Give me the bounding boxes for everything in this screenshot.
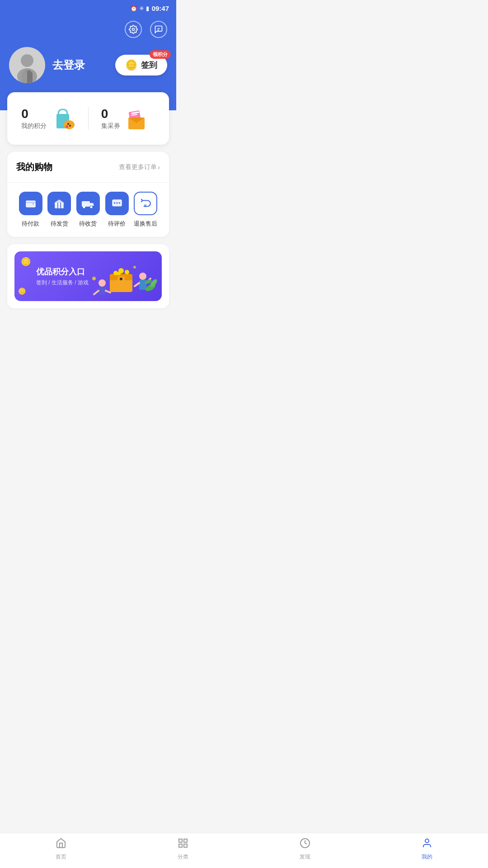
order-pending-ship[interactable]: 待发货 bbox=[45, 192, 74, 228]
home-svg bbox=[56, 838, 66, 849]
more-orders-text: 查看更多订单 bbox=[119, 163, 157, 171]
chat-icon bbox=[111, 198, 123, 209]
banner-subtitle: 签到 / 生活服务 / 游戏 bbox=[36, 279, 89, 287]
stats-card: 0 我的积分 0 集采券 bbox=[7, 92, 169, 145]
coin-icon: 🪙 bbox=[125, 59, 137, 71]
bottom-padding bbox=[0, 308, 176, 344]
profile-left: 去登录 bbox=[9, 47, 85, 83]
login-link[interactable]: 去登录 bbox=[52, 58, 85, 72]
avatar[interactable] bbox=[9, 47, 45, 83]
points-stat[interactable]: 0 我的积分 bbox=[12, 105, 88, 132]
section-divider bbox=[7, 182, 169, 183]
refund-icon: ¥ bbox=[140, 198, 151, 209]
shopping-header: 我的购物 查看更多订单 › bbox=[16, 161, 160, 173]
truck-icon bbox=[81, 198, 95, 209]
svg-point-37 bbox=[117, 272, 121, 275]
svg-point-36 bbox=[125, 270, 129, 274]
svg-point-10 bbox=[67, 123, 69, 125]
order-refund[interactable]: ¥ 退换售后 bbox=[131, 192, 160, 228]
pending-receive-label: 待收货 bbox=[79, 220, 97, 228]
refund-icon-wrap: ¥ bbox=[134, 192, 157, 215]
nav-home[interactable]: 首页 bbox=[0, 838, 122, 861]
order-pending-review[interactable]: 待评价 bbox=[103, 192, 131, 228]
order-grid: 待付款 待发货 bbox=[16, 192, 160, 228]
signin-label: 签到 bbox=[141, 60, 157, 71]
status-bar: ⏰ ✳ ▮ 09:47 bbox=[0, 0, 176, 16]
settings-button[interactable] bbox=[125, 21, 142, 38]
svg-point-9 bbox=[69, 125, 71, 127]
nav-category[interactable]: 分类 bbox=[122, 838, 176, 861]
svg-line-40 bbox=[94, 291, 99, 294]
alarm-icon: ⏰ bbox=[130, 5, 137, 12]
banner-text: 优品积分入口 签到 / 生活服务 / 游戏 bbox=[36, 266, 89, 287]
message-icon bbox=[154, 25, 163, 34]
points-banner[interactable]: 🪙 🪙 优品积分入口 签到 / 生活服务 / 游戏 bbox=[14, 251, 162, 301]
svg-point-0 bbox=[132, 28, 135, 31]
coupons-stat[interactable]: 0 集采券 bbox=[89, 105, 165, 132]
order-pending-receive[interactable]: 待收货 bbox=[74, 192, 103, 228]
home-label: 首页 bbox=[56, 853, 66, 861]
banner-illustration bbox=[85, 251, 162, 301]
svg-point-28 bbox=[118, 202, 120, 203]
svg-point-8 bbox=[66, 125, 68, 128]
svg-point-49 bbox=[92, 277, 96, 280]
coupons-text: 0 集采券 bbox=[101, 107, 120, 130]
box-icon bbox=[53, 198, 65, 209]
pending-review-icon-wrap bbox=[105, 192, 129, 215]
chevron-right-icon: › bbox=[158, 164, 160, 171]
home-icon bbox=[56, 838, 66, 851]
points-image bbox=[51, 105, 78, 132]
banner-section: 🪙 🪙 优品积分入口 签到 / 生活服务 / 游戏 bbox=[7, 244, 169, 308]
signin-wrapper: 领积分 🪙 签到 bbox=[115, 55, 167, 75]
bluetooth-icon: ✳ bbox=[139, 5, 144, 12]
message-button[interactable] bbox=[150, 21, 167, 38]
svg-rect-19 bbox=[55, 203, 64, 204]
pending-payment-label: 待付款 bbox=[22, 220, 39, 228]
svg-point-33 bbox=[120, 278, 122, 280]
points-text: 0 我的积分 bbox=[21, 107, 47, 130]
svg-point-24 bbox=[90, 206, 92, 208]
coupons-image bbox=[125, 105, 152, 132]
refund-label: 退换售后 bbox=[134, 220, 157, 228]
settings-icon bbox=[129, 25, 138, 34]
svg-rect-43 bbox=[139, 280, 146, 290]
coupons-value: 0 bbox=[101, 107, 120, 121]
pending-review-label: 待评价 bbox=[108, 220, 126, 228]
svg-point-26 bbox=[114, 202, 115, 203]
points-value: 0 bbox=[21, 107, 47, 121]
more-orders-link[interactable]: 查看更多订单 › bbox=[119, 163, 160, 171]
svg-line-44 bbox=[135, 283, 139, 286]
wallet-icon bbox=[25, 198, 37, 209]
svg-rect-39 bbox=[99, 287, 106, 295]
svg-text:¥: ¥ bbox=[144, 203, 147, 208]
svg-rect-17 bbox=[26, 202, 36, 203]
treasure-svg bbox=[85, 254, 157, 299]
avatar-image bbox=[9, 47, 45, 83]
status-time: 09:47 bbox=[152, 5, 169, 12]
points-label: 我的积分 bbox=[21, 122, 47, 130]
svg-rect-22 bbox=[82, 201, 90, 207]
order-pending-payment[interactable]: 待付款 bbox=[16, 192, 45, 228]
svg-point-50 bbox=[133, 266, 136, 269]
svg-point-42 bbox=[139, 273, 146, 280]
status-icons: ⏰ ✳ ▮ bbox=[130, 5, 149, 12]
pending-receive-icon-wrap bbox=[76, 192, 100, 215]
banner-coin-top: 🪙 bbox=[21, 257, 31, 267]
svg-rect-16 bbox=[26, 201, 36, 208]
battery-icon: ▮ bbox=[146, 5, 149, 12]
banner-title: 优品积分入口 bbox=[36, 266, 89, 277]
coupons-label: 集采券 bbox=[101, 122, 120, 130]
shopping-section: 我的购物 查看更多订单 › 待付款 bbox=[7, 152, 169, 237]
svg-point-23 bbox=[83, 206, 85, 208]
svg-point-27 bbox=[116, 202, 117, 203]
pending-ship-icon-wrap bbox=[47, 192, 71, 215]
header-actions bbox=[9, 21, 167, 38]
pending-payment-icon-wrap bbox=[19, 192, 42, 215]
shopping-title: 我的购物 bbox=[16, 161, 52, 173]
svg-point-4 bbox=[21, 54, 33, 67]
pending-ship-label: 待发货 bbox=[51, 220, 68, 228]
svg-point-38 bbox=[99, 279, 106, 287]
profile-row: 去登录 领积分 🪙 签到 bbox=[9, 47, 167, 83]
banner-coin-bottom: 🪙 bbox=[18, 288, 26, 295]
points-badge: 领积分 bbox=[150, 50, 171, 59]
